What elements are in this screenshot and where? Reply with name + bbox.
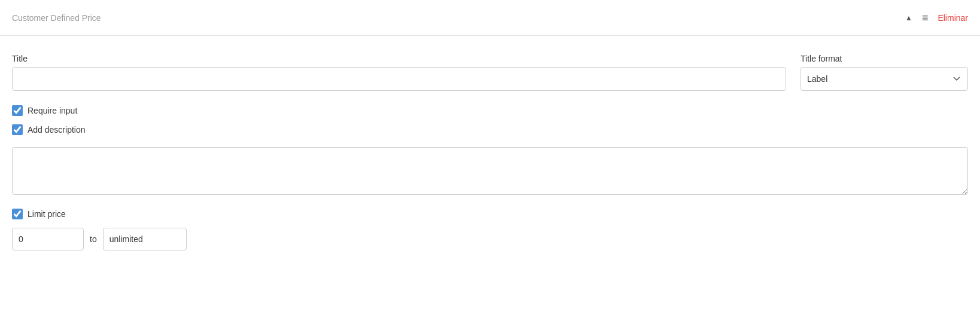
limit-price-inputs: to <box>12 228 968 250</box>
limit-price-row: Limit price <box>12 209 968 219</box>
require-input-row: Require input <box>12 105 968 116</box>
limit-price-checkbox[interactable] <box>12 209 23 219</box>
limit-price-section: Limit price to <box>12 209 968 250</box>
eliminar-button[interactable]: Eliminar <box>938 13 968 23</box>
up-arrow-icon[interactable]: ▲ <box>905 14 912 22</box>
header-title: Customer Defined Price <box>12 13 101 23</box>
to-label: to <box>90 234 97 244</box>
add-description-label: Add description <box>28 125 86 135</box>
require-input-label: Require input <box>28 106 77 115</box>
checkboxes-section: Require input Add description <box>12 105 968 135</box>
title-format-select[interactable]: Label Heading Paragraph <box>801 67 968 91</box>
title-input[interactable] <box>12 67 786 91</box>
add-description-checkbox[interactable] <box>12 124 23 135</box>
menu-icon[interactable]: ≡ <box>922 13 929 23</box>
title-row: Title Title format Label Heading Paragra… <box>12 54 968 91</box>
title-format-label: Title format <box>801 54 968 63</box>
title-format-field-group: Title format Label Heading Paragraph <box>801 54 968 91</box>
limit-max-input[interactable] <box>103 228 187 250</box>
require-input-checkbox[interactable] <box>12 105 23 116</box>
title-label: Title <box>12 54 786 63</box>
main-content: Title Title format Label Heading Paragra… <box>0 36 980 268</box>
title-field-group: Title <box>12 54 786 91</box>
limit-min-input[interactable] <box>12 228 84 250</box>
header-bar: Customer Defined Price ▲ ≡ Eliminar <box>0 0 980 36</box>
description-textarea[interactable] <box>12 147 968 195</box>
add-description-row: Add description <box>12 124 968 135</box>
header-actions: ▲ ≡ Eliminar <box>905 13 968 23</box>
limit-price-label: Limit price <box>28 209 66 219</box>
page-container: Customer Defined Price ▲ ≡ Eliminar Titl… <box>0 0 980 324</box>
